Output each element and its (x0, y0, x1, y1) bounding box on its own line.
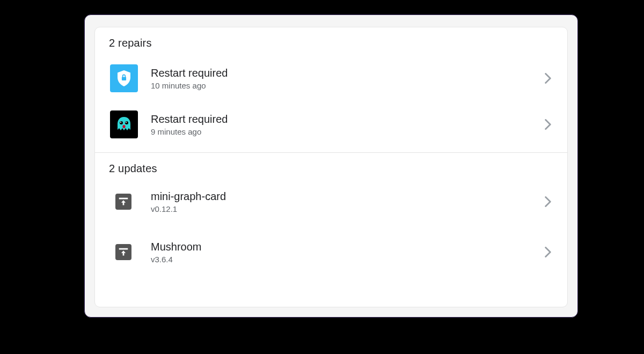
shield-lock-icon (110, 64, 138, 92)
svg-point-5 (122, 125, 125, 128)
update-row-body: Mushroom v3.6.4 (151, 240, 538, 264)
chevron-right-icon (545, 119, 551, 130)
repair-row-title: Restart required (151, 67, 538, 80)
svg-rect-6 (119, 198, 128, 200)
chevron-right-icon (545, 73, 551, 84)
chevron-right-icon (545, 247, 551, 257)
update-row-title: mini-graph-card (151, 190, 538, 203)
update-row-0[interactable]: mini-graph-card v0.12.1 (109, 182, 553, 221)
update-row-1[interactable]: Mushroom v3.6.4 (109, 233, 553, 271)
updates-section: 2 updates mini-graph-card v0.12.1 (95, 153, 567, 278)
notifications-card: 2 repairs Restart required 10 minutes ag… (94, 27, 568, 307)
updates-header: 2 updates (109, 163, 553, 175)
package-upload-icon (115, 244, 131, 260)
svg-rect-7 (119, 248, 128, 250)
svg-point-4 (126, 122, 127, 123)
update-row-body: mini-graph-card v0.12.1 (151, 190, 538, 213)
ghost-icon (110, 110, 138, 138)
repair-row-1[interactable]: Restart required 9 minutes ago (109, 103, 553, 146)
repair-row-body: Restart required 10 minutes ago (151, 67, 538, 90)
update-row-subtitle: v0.12.1 (151, 204, 538, 213)
repair-row-body: Restart required 9 minutes ago (151, 113, 538, 136)
svg-rect-0 (122, 77, 126, 80)
svg-point-3 (120, 122, 121, 123)
settings-panel: 2 repairs Restart required 10 minutes ag… (84, 14, 578, 318)
svg-point-2 (125, 121, 128, 124)
repairs-section: 2 repairs Restart required 10 minutes ag… (95, 27, 567, 152)
package-upload-icon (115, 194, 131, 210)
chevron-right-icon (545, 196, 551, 207)
repair-row-title: Restart required (151, 113, 538, 126)
repair-row-subtitle: 10 minutes ago (151, 81, 538, 90)
repairs-header: 2 repairs (109, 37, 553, 49)
update-row-subtitle: v3.6.4 (151, 255, 538, 264)
update-row-title: Mushroom (151, 240, 538, 254)
svg-point-1 (120, 121, 123, 124)
repair-row-0[interactable]: Restart required 10 minutes ago (109, 57, 553, 100)
repair-row-subtitle: 9 minutes ago (151, 127, 538, 136)
